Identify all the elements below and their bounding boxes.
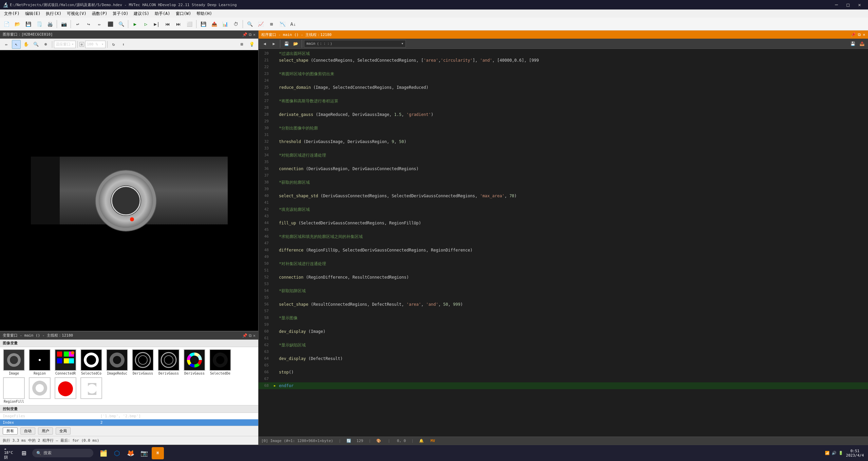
code-line[interactable]: 37 [259, 172, 868, 179]
taskbar-search[interactable]: 🔍 搜索 [32, 449, 93, 457]
gfx-magnify-button[interactable]: 🔍 [32, 40, 40, 49]
undo-button[interactable]: ↩ [73, 19, 83, 29]
open-file-button[interactable]: 📂 [12, 19, 22, 29]
code-line[interactable]: 36connection (DerivGaussRegion, DerivGau… [259, 165, 868, 172]
close-button[interactable]: ✕ [854, 0, 865, 9]
next-button[interactable]: ⏭ [173, 19, 184, 29]
code-line[interactable]: 54*获取陷阱区域 [259, 287, 868, 294]
gfx-hand-button[interactable]: ✋ [22, 40, 31, 49]
code-save-btn[interactable]: 💾 [282, 40, 290, 48]
font-button[interactable]: Aᵢ [288, 19, 298, 29]
code-line[interactable]: 31 [259, 132, 868, 138]
menu-suggest[interactable]: 建议(S) [131, 9, 152, 18]
inspect-button[interactable]: 🔍 [116, 19, 126, 29]
run-all-button[interactable]: ▷ [141, 19, 151, 29]
code-float-icon[interactable]: ⧉ [858, 32, 861, 37]
code-line[interactable]: 62*显示缺陷区域 [259, 342, 868, 348]
code-line[interactable]: 43 [259, 213, 868, 220]
code-line[interactable]: 22 [259, 64, 868, 71]
code-line[interactable]: 61 [259, 335, 868, 342]
taskbar-app-photos[interactable]: 📷 [138, 447, 150, 459]
network-icon[interactable]: 📶 [825, 451, 830, 455]
print-button[interactable]: 🖨️ [45, 19, 55, 29]
stop-button[interactable]: ⬜ [184, 19, 194, 29]
code-line[interactable]: 48difference (RegionFillUp, SelectedDeri… [259, 247, 868, 254]
debug-button[interactable]: ⬛ [105, 19, 115, 29]
ctrl-row-index[interactable]: Index 2 [0, 419, 258, 426]
var-button[interactable]: 📊 [220, 19, 230, 29]
code-line[interactable]: 28 [259, 104, 868, 111]
gfx-select-button[interactable]: ↖ [12, 40, 21, 49]
code-line[interactable]: 59 [259, 321, 868, 328]
save-state-button[interactable]: 💾 [198, 19, 208, 29]
run-button[interactable]: ▶ [130, 19, 140, 29]
var-imagereduced[interactable]: ImageReduc [105, 349, 129, 375]
gfx-zoom-input[interactable]: 100 % ▾ [85, 41, 106, 48]
var-image[interactable]: Image [2, 349, 26, 375]
params-button[interactable]: 📉 [277, 19, 287, 29]
code-line[interactable]: 38*获取的轮廓区域 [259, 179, 868, 186]
load-state-button[interactable]: 📤 [209, 19, 219, 29]
maximize-button[interactable]: □ [842, 0, 854, 9]
step-button[interactable]: ▶| [152, 19, 162, 29]
code-line[interactable]: 20*过滤出圆环区域 [259, 50, 868, 57]
minimize-button[interactable]: ─ [831, 0, 842, 9]
code-line[interactable]: 21select_shape (ConnectedRegions, Select… [259, 57, 868, 64]
code-line[interactable]: 34*对轮廓区域进行连通处理 [259, 152, 868, 159]
menu-functions[interactable]: 函数(P) [89, 9, 110, 18]
code-line[interactable]: 50*对补集区域进行连通处理 [259, 260, 868, 267]
gfx-flip-button[interactable]: ↕ [119, 40, 128, 49]
code-line[interactable]: 40select_shape_std (DerivGaussConnectedR… [259, 193, 868, 199]
timer-button[interactable]: ⏱ [231, 19, 241, 29]
edit-button[interactable]: ✏️ [94, 19, 105, 29]
gfx-bulb-button[interactable]: 💡 [247, 40, 256, 49]
var-derivgauss1[interactable]: DerivGauss [131, 349, 155, 375]
vars-pin-icon[interactable]: 📌 [242, 333, 247, 338]
var-selected[interactable]: SelectedCo [79, 349, 103, 375]
code-func-dropdown[interactable]: main（：：：） ▾ [304, 40, 406, 47]
code-nav-fwd[interactable]: ▶ [270, 40, 278, 48]
gfx-fit-dropdown[interactable]: 适应窗口 ▾ [54, 41, 76, 48]
code-line[interactable]: 46*求轮廓区域和填充的轮廓区域之间的补集区域 [259, 233, 868, 240]
code-line[interactable]: 24 [259, 77, 868, 84]
vars-close-icon[interactable]: ✕ [253, 333, 256, 338]
code-line[interactable]: 47 [259, 240, 868, 247]
code-line[interactable]: 28derivate_gauss (ImageReduced, DerivGau… [259, 111, 868, 118]
menu-help[interactable]: 帮助(H) [194, 9, 215, 18]
code-line[interactable]: 30*分割出图像中的轮廓 [259, 125, 868, 132]
code-line[interactable]: 67 [259, 376, 868, 382]
code-close-icon[interactable]: ✕ [863, 32, 865, 37]
filter-auto-button[interactable]: 自动 [20, 427, 35, 435]
code-line[interactable]: 60dev_display (Image) [259, 328, 868, 335]
var-white-piece[interactable] [79, 377, 103, 403]
code-area[interactable]: 20*过滤出圆环区域21select_shape (ConnectedRegio… [259, 49, 868, 437]
taskbar-start-button[interactable]: ⊞ [17, 446, 31, 460]
code-line[interactable]: 33 [259, 145, 868, 152]
code-line[interactable]: 56select_shape (ResultConnectedRegions, … [259, 301, 868, 308]
code-line[interactable]: 63 [259, 348, 868, 355]
redo-button[interactable]: ↪ [83, 19, 94, 29]
taskbar-app-halcon[interactable]: H [152, 447, 164, 459]
code-line[interactable]: 27*将图像和高斯导数进行卷积运算 [259, 98, 868, 104]
grid-button[interactable]: ⊞ [266, 19, 277, 29]
code-line[interactable]: 32threshold (DerivGaussImage, DerivGauss… [259, 138, 868, 145]
code-line[interactable]: 39 [259, 186, 868, 193]
code-line[interactable]: 44fill_up (SelectedDerivGaussConnectedRe… [259, 220, 868, 226]
var-region[interactable]: Region [28, 349, 52, 375]
filter-all-button[interactable]: 所有 [3, 427, 18, 435]
code-line[interactable]: 64dev_display (DefectResult) [259, 355, 868, 362]
camera-button[interactable]: 📷 [59, 19, 69, 29]
code-line[interactable]: 57 [259, 308, 868, 315]
code-line[interactable]: 35 [259, 159, 868, 165]
save-button[interactable]: 💾 [23, 19, 33, 29]
var-connected[interactable]: ConnectedR [54, 349, 77, 375]
code-line[interactable]: 49 [259, 254, 868, 260]
volume-icon[interactable]: 🔊 [832, 451, 836, 455]
code-line[interactable]: 66stop() [259, 369, 868, 376]
var-derivgauss2[interactable]: DerivGauss [157, 349, 181, 375]
code-save-right-btn[interactable]: 💾 [849, 40, 857, 48]
taskbar-app-browser2[interactable]: 🦊 [125, 447, 137, 459]
zoom-in-button[interactable]: 🔍 [245, 19, 255, 29]
menu-execute[interactable]: 执行(X) [43, 9, 64, 18]
var-regionfill[interactable]: RegionFill [2, 377, 26, 403]
